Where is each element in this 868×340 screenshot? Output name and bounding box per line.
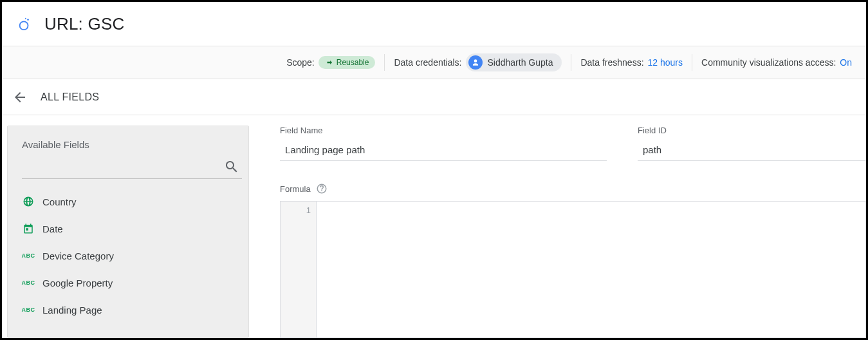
freshness-segment: Data freshness: 12 hours xyxy=(571,57,692,68)
viz-access-segment: Community visualizations access: On xyxy=(692,57,861,68)
nav-all-fields-label[interactable]: ALL FIELDS xyxy=(41,91,99,103)
credentials-user: Siddharth Gupta xyxy=(488,57,553,68)
person-icon xyxy=(471,58,480,67)
field-id-input[interactable] xyxy=(638,142,866,161)
scope-chip[interactable]: Reusable xyxy=(319,56,376,69)
field-row-google-property[interactable]: ABC Google Property xyxy=(22,269,242,296)
viz-access-label: Community visualizations access: xyxy=(701,57,836,68)
datasource-logo-icon xyxy=(17,17,32,31)
status-bar: Scope: Reusable Data credentials: Siddha… xyxy=(2,46,866,79)
available-fields-search[interactable] xyxy=(22,159,242,179)
scope-chip-label: Reusable xyxy=(337,58,369,67)
freshness-value[interactable]: 12 hours xyxy=(648,57,683,68)
globe-icon xyxy=(22,196,35,207)
header-bar: URL: GSC xyxy=(2,2,866,46)
field-row-landing-page[interactable]: ABC Landing Page xyxy=(22,296,242,323)
page-title: URL: GSC xyxy=(44,14,124,34)
back-button[interactable] xyxy=(10,87,30,108)
field-label: Device Category xyxy=(42,250,114,261)
credentials-chip[interactable]: Siddharth Gupta xyxy=(466,53,562,71)
calendar-icon xyxy=(22,223,35,234)
line-gutter: 1 xyxy=(281,202,317,337)
viz-access-value[interactable]: On xyxy=(840,57,852,68)
avatar xyxy=(468,55,483,70)
scope-label: Scope: xyxy=(286,57,315,68)
body-grid: Available Fields Country Date ABC Device… xyxy=(2,115,866,338)
svg-point-2 xyxy=(25,18,26,19)
field-name-input[interactable] xyxy=(280,142,607,161)
field-label: Date xyxy=(42,223,63,234)
abc-icon: ABC xyxy=(22,307,35,313)
available-fields-panel: Available Fields Country Date ABC Device… xyxy=(7,126,249,338)
formula-label: Formula xyxy=(280,184,311,194)
credentials-segment: Data credentials: Siddharth Gupta xyxy=(385,53,571,71)
arrow-left-icon xyxy=(12,90,28,105)
svg-point-1 xyxy=(27,19,29,21)
field-name-label: Field Name xyxy=(280,126,607,135)
help-icon[interactable] xyxy=(316,183,328,194)
available-fields-title: Available Fields xyxy=(22,139,242,150)
field-label: Landing Page xyxy=(42,305,102,316)
line-number: 1 xyxy=(286,205,311,215)
svg-point-0 xyxy=(20,21,28,30)
search-input[interactable] xyxy=(24,162,224,172)
formula-editor[interactable]: 1 xyxy=(280,201,866,338)
scope-segment: Scope: Reusable xyxy=(277,56,384,69)
nav-row: ALL FIELDS xyxy=(2,79,866,115)
reusable-icon xyxy=(325,58,334,67)
credentials-label: Data credentials: xyxy=(394,57,461,68)
field-row-country[interactable]: Country xyxy=(22,188,242,215)
abc-icon: ABC xyxy=(22,279,35,286)
field-id-label: Field ID xyxy=(638,126,866,135)
freshness-label: Data freshness: xyxy=(580,57,643,68)
field-editor-panel: Field Name Field ID Formula 1 xyxy=(280,126,866,338)
search-icon xyxy=(224,159,239,175)
abc-icon: ABC xyxy=(22,252,35,259)
formula-code-area[interactable] xyxy=(317,202,865,337)
field-label: Country xyxy=(42,196,77,207)
field-label: Google Property xyxy=(42,278,113,288)
field-row-device-category[interactable]: ABC Device Category xyxy=(22,242,242,269)
field-row-date[interactable]: Date xyxy=(22,215,242,242)
